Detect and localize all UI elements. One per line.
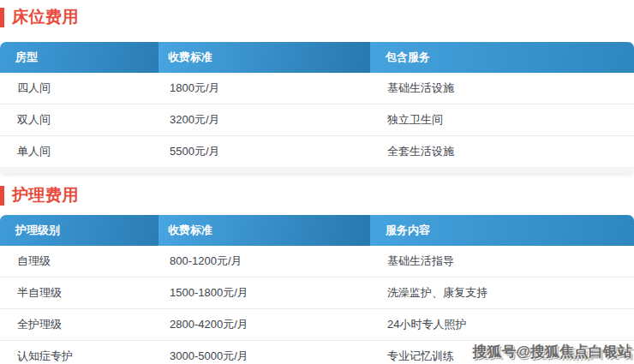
section-title-text: 床位费用 [12, 6, 79, 28]
column-header-care-level: 护理级别 [0, 215, 158, 246]
title-accent-bar [0, 8, 4, 27]
bed-fees-table: 房型 收费标准 包含服务 四人间 1800元/月 基础生活设施 双人间 3200… [0, 42, 634, 173]
section-title-nursing-fees: 护理费用 [0, 184, 634, 206]
cell-fee: 1800元/月 [158, 81, 370, 96]
title-accent-bar [0, 186, 4, 206]
cell-care-level: 认知症专护 [0, 349, 158, 364]
cell-fee: 3000-5000元/月 [158, 349, 370, 364]
table-row: 双人间 3200元/月 独立卫生间 [0, 104, 634, 135]
section-nursing-fees: 护理费用 护理级别 收费标准 服务内容 自理级 800-1200元/月 基础生活… [0, 184, 634, 364]
table-header-row: 护理级别 收费标准 服务内容 [0, 215, 634, 246]
section-title-text: 护理费用 [12, 184, 79, 206]
table-row: 单人间 5500元/月 全套生活设施 [0, 135, 634, 167]
column-header-fee-standard: 收费标准 [158, 215, 370, 246]
table-header-row: 房型 收费标准 包含服务 [0, 42, 634, 73]
section-bed-fees: 床位费用 房型 收费标准 包含服务 四人间 1800元/月 基础生活设施 双人间… [0, 6, 634, 173]
cell-fee: 3200元/月 [158, 112, 370, 128]
cell-service: 全套生活设施 [370, 144, 634, 159]
cell-room-type: 双人间 [0, 112, 158, 128]
table-row: 四人间 1800元/月 基础生活设施 [0, 73, 634, 104]
cell-service: 独立卫生间 [370, 112, 634, 128]
table-row: 半自理级 1500-1800元/月 洗澡监护、康复支持 [0, 277, 634, 308]
cell-fee: 5500元/月 [158, 144, 370, 159]
cell-care-level: 自理级 [0, 254, 158, 269]
cell-room-type: 四人间 [0, 81, 158, 96]
table-row: 自理级 800-1200元/月 基础生活指导 [0, 246, 634, 277]
cell-fee: 1500-1800元/月 [158, 285, 370, 301]
cell-fee: 800-1200元/月 [158, 254, 370, 269]
cell-room-type: 单人间 [0, 144, 158, 159]
column-header-included-services: 包含服务 [370, 42, 634, 73]
column-header-service-content: 服务内容 [370, 215, 634, 246]
cell-service: 24小时专人照护 [370, 317, 634, 332]
section-title-bed-fees: 床位费用 [0, 6, 634, 28]
cell-service: 基础生活指导 [370, 254, 634, 269]
table-row: 全护理级 2800-4200元/月 24小时专人照护 [0, 308, 634, 340]
cell-service: 基础生活设施 [370, 81, 634, 96]
table-bottom-edge [0, 167, 634, 173]
cell-care-level: 全护理级 [0, 317, 158, 332]
cell-service: 洗澡监护、康复支持 [370, 285, 634, 301]
cell-fee: 2800-4200元/月 [158, 317, 370, 332]
watermark: 搜狐号@搜狐焦点白银站 [472, 342, 632, 361]
cell-care-level: 半自理级 [0, 285, 158, 301]
column-header-fee-standard: 收费标准 [158, 42, 370, 73]
column-header-room-type: 房型 [0, 42, 158, 73]
